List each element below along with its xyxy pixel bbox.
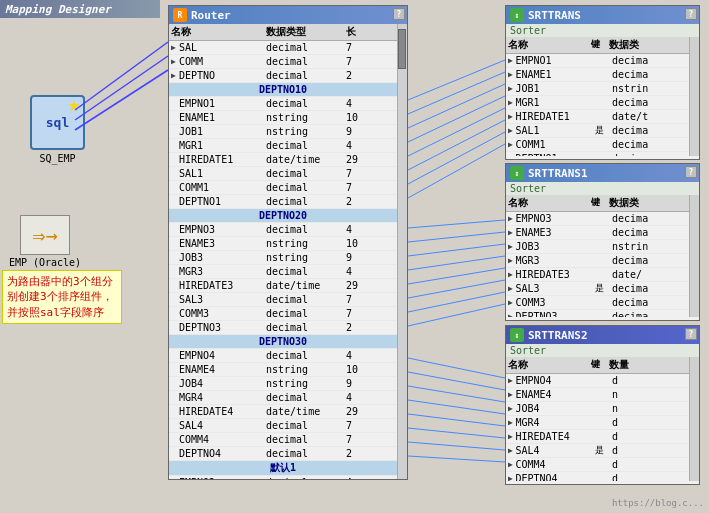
svg-line-13	[408, 244, 505, 256]
router-table-header: 名称 数据类型 长	[169, 24, 397, 41]
svg-line-18	[408, 304, 505, 326]
sq-emp-component[interactable]: sql SQ_EMP	[20, 95, 95, 164]
table-row: SAL1decimal7	[169, 167, 397, 181]
svg-line-21	[408, 386, 505, 402]
sorter2-subtitle: Sorter	[506, 182, 699, 195]
sorter-row: ▶EMPNO1decima	[506, 54, 689, 68]
sq-emp-icon[interactable]: sql	[30, 95, 85, 150]
router-title: Router	[191, 9, 231, 22]
svg-line-19	[408, 358, 505, 378]
emp-oracle-component[interactable]: ⇒ EMP (Oracle)	[5, 215, 85, 268]
table-row: ▶ COMM decimal 7	[169, 55, 397, 69]
row-arrow: ▶	[171, 57, 179, 66]
table-row: DEPTNO1decimal2	[169, 195, 397, 209]
sorter2-content: 名称 键 数据类 ▶EMPNO3decima ▶ENAME3decima ▶JO…	[506, 195, 699, 317]
sorter-row: ▶HIREDATE4d	[506, 430, 689, 444]
sorter3-controls[interactable]: ?	[685, 328, 697, 340]
table-row: HIREDATE4date/time29	[169, 405, 397, 419]
sorter-row: ▶COMM4d	[506, 458, 689, 472]
sorter2-title-bar: ↕ SRTTRANS1 ?	[506, 164, 699, 182]
svg-line-17	[408, 292, 505, 312]
sorter-row: ▶DEPTNO3decima	[506, 310, 689, 317]
app-title-bar: Mapping Designer	[0, 0, 160, 18]
sorter-row: ▶DEPTNO4d	[506, 472, 689, 481]
sorter3-header: 名称 键 数量	[506, 357, 689, 374]
header-type: 数据类型	[266, 25, 346, 39]
sorter-row: ▶COMM3decima	[506, 296, 689, 310]
table-row: ▶ DEPTNO decimal 2	[169, 69, 397, 83]
svg-line-10	[408, 144, 505, 198]
router-controls[interactable]: ?	[393, 8, 405, 20]
sorter2-scrollbar[interactable]	[689, 195, 699, 317]
sorter-row: ▶DEPTNO1decima	[506, 152, 689, 156]
router-icon: R	[173, 8, 187, 22]
scroll-thumb[interactable]	[398, 29, 406, 69]
svg-line-8	[408, 120, 505, 170]
header-len: 长	[346, 25, 371, 39]
arrow-icon: ⇒	[32, 223, 45, 248]
svg-line-24	[408, 428, 505, 438]
sorter2-icon: ↕	[510, 166, 524, 180]
sorter-row: ▶ENAME3decima	[506, 226, 689, 240]
header-name: 名称	[171, 25, 266, 39]
table-row: ▶ SAL decimal 7	[169, 41, 397, 55]
annotation-box: 为路由器中的3个组分别创建3个排序组件，并按照sal字段降序	[2, 270, 122, 324]
sorter3-title-bar: ↕ SRTTRANS2 ?	[506, 326, 699, 344]
svg-line-22	[408, 400, 505, 414]
table-row: MGR1decimal4	[169, 139, 397, 153]
sorter1-controls[interactable]: ?	[685, 8, 697, 20]
sorter3-title: SRTTRANS2	[528, 329, 588, 342]
help-button[interactable]: ?	[685, 8, 697, 20]
svg-line-7	[408, 108, 505, 156]
sorter-row: ▶HIREDATE3date/	[506, 268, 689, 282]
svg-line-12	[408, 232, 505, 242]
help-button[interactable]: ?	[685, 166, 697, 178]
emp-oracle-icon[interactable]: ⇒	[20, 215, 70, 255]
help-button[interactable]: ?	[685, 328, 697, 340]
row-arrow: ▶	[171, 43, 179, 52]
sorter1-subtitle: Sorter	[506, 24, 699, 37]
sq-emp-icon-text: sql	[46, 115, 69, 130]
table-row: MGR3decimal4	[169, 265, 397, 279]
sorter-row: ▶EMPNO4d	[506, 374, 689, 388]
sorter-row: ▶EMPNO3decima	[506, 212, 689, 226]
router-table: 名称 数据类型 长 ▶ SAL decimal 7 ▶ COMM decimal…	[169, 24, 397, 479]
sorter1-panel: ↕ SRTTRANS ? Sorter 名称 键 数据类 ▶EMPNO1deci…	[505, 5, 700, 160]
svg-line-3	[408, 60, 505, 100]
svg-line-4	[408, 72, 505, 114]
table-row: JOB3nstring9	[169, 251, 397, 265]
svg-line-25	[408, 442, 505, 450]
sorter1-content: 名称 键 数据类 ▶EMPNO1decima ▶ENAME1decima ▶JO…	[506, 37, 699, 156]
svg-line-5	[408, 84, 505, 128]
svg-line-9	[408, 132, 505, 184]
sorter3-scrollbar[interactable]	[689, 357, 699, 481]
help-button[interactable]: ?	[393, 8, 405, 20]
table-row: COMM1decimal7	[169, 181, 397, 195]
table-row: ENAME1nstring10	[169, 111, 397, 125]
sorter3-content: 名称 键 数量 ▶EMPNO4d ▶ENAME4n ▶JOB4n ▶MGR4d …	[506, 357, 699, 481]
table-row: EMPNO3decimal4	[169, 223, 397, 237]
sorter-row: ▶ENAME1decima	[506, 68, 689, 82]
sq-emp-label: SQ_EMP	[20, 153, 95, 164]
svg-line-23	[408, 414, 505, 426]
router-content: 名称 数据类型 长 ▶ SAL decimal 7 ▶ COMM decimal…	[169, 24, 407, 479]
section-header-deptno30: DEPTNO30	[169, 335, 397, 349]
table-row: COMM3decimal7	[169, 307, 397, 321]
sorter1-table: 名称 键 数据类 ▶EMPNO1decima ▶ENAME1decima ▶JO…	[506, 37, 689, 156]
svg-line-26	[408, 456, 505, 462]
sorter2-title: SRTTRANS1	[528, 167, 588, 180]
table-row: EMPNO1decimal4	[169, 97, 397, 111]
sorter-row: ▶JOB4n	[506, 402, 689, 416]
table-row: EMPNO4decimal4	[169, 349, 397, 363]
main-canvas: Mapping Designer sql SQ_EMP ⇒ EMP (Oracl…	[0, 0, 709, 513]
row-arrow: ▶	[171, 71, 179, 80]
watermark: https://blog.c...	[612, 498, 704, 508]
sorter2-controls[interactable]: ?	[685, 166, 697, 178]
svg-line-11	[408, 220, 505, 228]
table-row: SAL4decimal7	[169, 419, 397, 433]
table-row: MGR4decimal4	[169, 391, 397, 405]
sorter-row: ▶MGR4d	[506, 416, 689, 430]
sorter1-scrollbar[interactable]	[689, 37, 699, 156]
svg-line-16	[408, 280, 505, 298]
router-scrollbar[interactable]	[397, 24, 407, 479]
